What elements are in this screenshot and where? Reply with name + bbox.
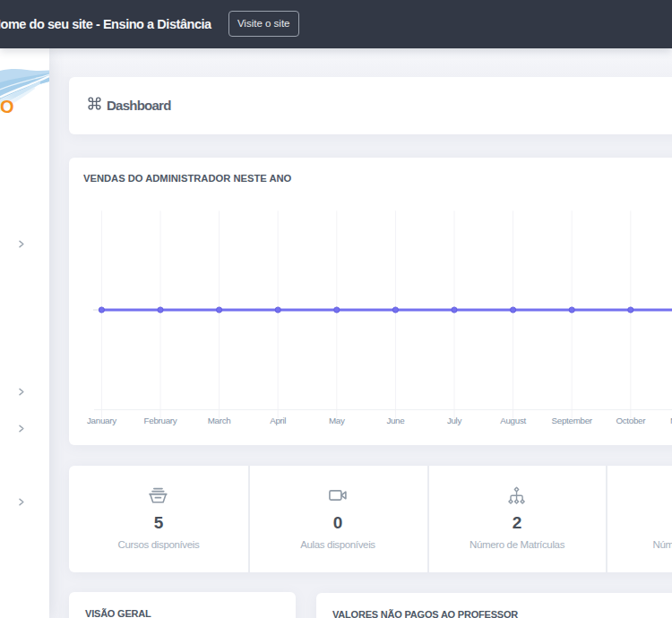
- svg-text:September: September: [552, 416, 593, 425]
- svg-text:May: May: [329, 416, 345, 425]
- svg-text:August: August: [500, 416, 526, 425]
- svg-text:October: October: [616, 416, 646, 425]
- svg-text:July: July: [447, 416, 462, 425]
- svg-text:June: June: [386, 416, 405, 425]
- svg-text:January: January: [87, 416, 116, 425]
- svg-text:February: February: [144, 416, 177, 425]
- svg-text:April: April: [270, 416, 286, 425]
- svg-text:March: March: [208, 416, 231, 425]
